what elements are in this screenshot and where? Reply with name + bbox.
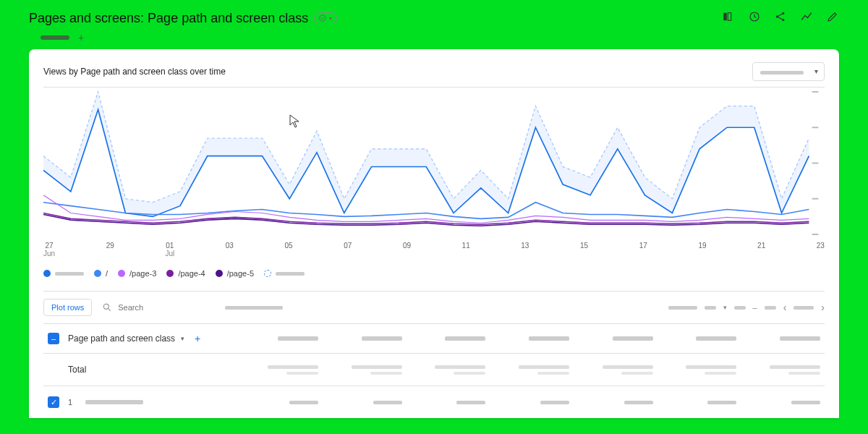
metric-value xyxy=(584,401,653,404)
legend-label-placeholder xyxy=(276,272,305,276)
row-number: 1 xyxy=(68,398,72,407)
metric-value xyxy=(751,401,820,404)
legend-item[interactable]: /page-3 xyxy=(118,269,156,278)
row-checkbox[interactable]: ✓ xyxy=(48,396,59,408)
metric-header[interactable] xyxy=(416,336,485,341)
legend-item[interactable]: / xyxy=(94,269,108,278)
svg-point-6 xyxy=(782,19,784,21)
metric-header[interactable] xyxy=(584,336,653,341)
metric-value-total xyxy=(500,365,569,375)
metric-header[interactable] xyxy=(751,336,820,341)
select-all-checkbox[interactable]: – xyxy=(48,333,59,344)
metric-value-total xyxy=(333,365,402,375)
metric-value xyxy=(416,401,485,404)
table-header-row: – Page path and screen class ▾ + xyxy=(43,324,825,354)
dimension-header[interactable]: Page path and screen class ▾ + xyxy=(68,333,242,344)
dash-icon: – xyxy=(753,303,757,312)
metric-value-total xyxy=(751,365,820,375)
page-title: Pages and screens: Page path and screen … xyxy=(29,11,308,26)
search-icon xyxy=(102,302,112,312)
controls-right: ▾ – ‹ › xyxy=(668,302,825,313)
x-tick: 15 xyxy=(580,242,588,258)
add-tab-button[interactable]: + xyxy=(78,32,84,43)
svg-point-12 xyxy=(104,304,109,309)
metric-value-total xyxy=(416,365,485,375)
audience-badge[interactable]: ▾ xyxy=(314,12,337,24)
legend-dashed-icon xyxy=(264,270,271,277)
x-tick: 17 xyxy=(639,242,647,258)
row-dimension[interactable]: 1 xyxy=(68,398,242,407)
legend-label: /page-5 xyxy=(227,269,254,278)
add-dimension-button[interactable]: + xyxy=(195,333,200,344)
table-controls: Plot rows ▾ – ‹ › xyxy=(43,291,825,323)
rows-per-page-value[interactable] xyxy=(705,306,716,310)
x-tick: 23 xyxy=(817,242,825,258)
metric-headers xyxy=(242,336,820,341)
metric-value xyxy=(500,401,569,404)
legend-label: / xyxy=(106,269,108,278)
legend-dot-icon xyxy=(118,270,125,277)
legend-dot-icon xyxy=(216,270,223,277)
row-label-placeholder xyxy=(85,400,143,404)
legend-item-previous[interactable] xyxy=(264,270,305,277)
data-table: – Page path and screen class ▾ + Total ✓… xyxy=(43,323,825,418)
header-left: Pages and screens: Page path and screen … xyxy=(29,11,337,26)
metric-dropdown[interactable] xyxy=(752,62,825,81)
search-wrap xyxy=(102,302,283,312)
page-range-end xyxy=(765,306,776,310)
plot-rows-button[interactable]: Plot rows xyxy=(43,299,92,316)
metric-value xyxy=(667,401,736,404)
svg-rect-1 xyxy=(723,13,727,21)
metric-value xyxy=(249,401,318,404)
x-tick: 03 xyxy=(226,242,234,258)
metric-header[interactable] xyxy=(667,336,736,341)
line-chart xyxy=(43,88,825,239)
metric-header[interactable] xyxy=(333,336,402,341)
x-tick: 29 xyxy=(106,242,114,258)
metric-header[interactable] xyxy=(249,336,318,341)
chart-area xyxy=(43,87,825,239)
dimension-header-label: Page path and screen class xyxy=(68,333,175,344)
tab-item[interactable] xyxy=(41,35,69,40)
chevron-down-icon: ▾ xyxy=(329,15,332,22)
edit-icon[interactable] xyxy=(826,10,839,26)
main-card: Views by Page path and screen class over… xyxy=(29,49,839,418)
search-input[interactable] xyxy=(118,303,219,312)
x-tick: 01Jul xyxy=(165,242,174,258)
svg-rect-2 xyxy=(728,13,731,21)
metric-value-total xyxy=(584,365,653,375)
metric-value xyxy=(333,401,402,404)
chevron-down-icon: ▾ xyxy=(181,335,184,342)
legend-item[interactable] xyxy=(43,270,84,277)
page-header: Pages and screens: Page path and screen … xyxy=(0,0,868,32)
table-row: ✓ 1 xyxy=(43,386,825,418)
compare-icon[interactable] xyxy=(722,10,735,26)
x-tick: 09 xyxy=(403,242,411,258)
card-header: Views by Page path and screen class over… xyxy=(43,62,825,81)
tab-row: + xyxy=(0,32,868,49)
svg-point-5 xyxy=(782,12,784,14)
share-icon[interactable] xyxy=(774,10,787,26)
prev-page-button[interactable]: ‹ xyxy=(783,302,787,313)
metric-value-total xyxy=(249,365,318,375)
next-page-button[interactable]: › xyxy=(821,302,825,313)
legend-label: /page-3 xyxy=(129,269,156,278)
chart-title: Views by Page path and screen class over… xyxy=(43,67,226,77)
check-circle-icon xyxy=(319,14,326,22)
x-tick: 19 xyxy=(698,242,706,258)
metric-header[interactable] xyxy=(500,336,569,341)
restore-icon[interactable] xyxy=(748,10,761,26)
chart-legend: //page-3/page-4/page-5 xyxy=(43,258,825,291)
legend-dot-icon xyxy=(166,270,174,277)
page-range-start xyxy=(734,306,746,310)
x-tick: 07 xyxy=(344,242,352,258)
legend-item[interactable]: /page-5 xyxy=(216,269,254,278)
header-actions xyxy=(722,10,839,26)
insights-icon[interactable] xyxy=(800,10,813,26)
legend-item[interactable]: /page-4 xyxy=(166,269,205,278)
rows-per-page-label xyxy=(668,306,697,310)
x-tick: 21 xyxy=(757,242,765,258)
legend-label-placeholder xyxy=(55,272,84,276)
row-metrics xyxy=(242,401,820,404)
x-tick: 27Jun xyxy=(43,242,55,258)
